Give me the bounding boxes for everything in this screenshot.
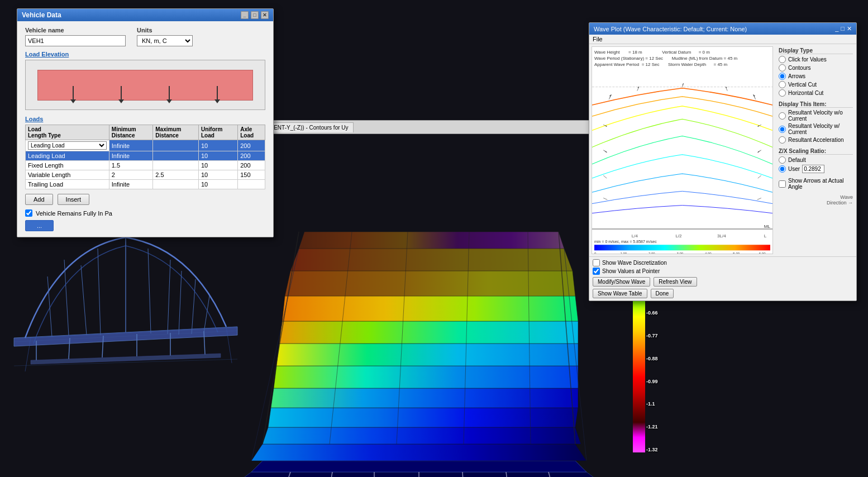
type-dropdown-cell[interactable]: Leading Load Fixed Length Variable Lengt… bbox=[26, 140, 109, 151]
svg-marker-7 bbox=[276, 344, 578, 366]
vehicle-dialog-titlebar[interactable]: Vehicle Data _ □ ✕ bbox=[17, 9, 273, 21]
wave-dialog-title: Wave Plot (Wave Characteristic: Default;… bbox=[594, 26, 747, 32]
show-arrows-section: Show Arrows at Actual Angle bbox=[779, 178, 853, 190]
loads-table: LoadLength Type MinimumDistance MaximumD… bbox=[25, 125, 265, 189]
units-label: Units bbox=[137, 27, 193, 34]
show-wave-disc-text: Show Wave Discretization bbox=[602, 260, 667, 266]
add-button[interactable]: Add bbox=[25, 194, 53, 205]
show-arrows-checkbox[interactable] bbox=[779, 180, 786, 188]
wave-minimize-icon[interactable]: _ bbox=[835, 25, 838, 32]
type-cell-variable: Variable Length bbox=[26, 170, 109, 180]
svg-text:L: L bbox=[764, 233, 767, 238]
show-values-text: Show Values at Pointer bbox=[602, 268, 660, 274]
vehicle-remains-checkbox[interactable] bbox=[25, 209, 32, 217]
load-type-select[interactable]: Leading Load Fixed Length Variable Lengt… bbox=[28, 141, 107, 150]
wave-maximize-icon[interactable]: □ bbox=[841, 25, 845, 32]
radio-zx-user[interactable]: User bbox=[779, 165, 853, 173]
vehicle-remains-label: Vehicle Remains Fully In Pa bbox=[36, 210, 112, 217]
vehicle-name-label: Vehicle name bbox=[25, 27, 126, 34]
zx-scaling-radios: Default User bbox=[779, 156, 853, 173]
show-arrows-label: Show Arrows at Actual Angle bbox=[788, 178, 853, 190]
radio-arrows[interactable]: Arrows bbox=[779, 73, 853, 80]
units-select[interactable]: KN, m, C kN, mm, C kip, ft, F bbox=[137, 35, 193, 46]
wave-dialog-titlebar[interactable]: Wave Plot (Wave Characteristic: Default;… bbox=[589, 23, 856, 35]
radio-resultant-w[interactable]: Resultant Velocity w/ Current bbox=[779, 123, 853, 135]
min-dist-fixed: 1.5 bbox=[109, 161, 152, 170]
display-type-section: Display Type Click for Values Contours A… bbox=[779, 47, 853, 97]
table-row-variable[interactable]: Variable Length 2 2.5 10 150 bbox=[26, 170, 265, 180]
radio-horizontal-cut[interactable]: Horizontal Cut bbox=[779, 89, 853, 97]
table-row-trailing[interactable]: Trailing Load Infinite 10 bbox=[26, 180, 265, 189]
titlebar-controls[interactable]: _ □ ✕ bbox=[241, 11, 269, 19]
min-dist-leading: Infinite bbox=[109, 151, 152, 161]
zx-user-input[interactable] bbox=[802, 165, 824, 173]
svg-text:L/4: L/4 bbox=[632, 233, 638, 238]
table-row[interactable]: Leading Load Fixed Length Variable Lengt… bbox=[26, 140, 265, 151]
display-item-radios: Resultant Velocity w/o Current Resultant… bbox=[779, 109, 853, 144]
max-dist-cell[interactable] bbox=[153, 140, 199, 151]
svg-text:4.00: 4.00 bbox=[705, 252, 712, 254]
show-values-label[interactable]: Show Values at Pointer bbox=[593, 268, 660, 275]
wave-body: Wave Height = 18 m Vertical Datum = 0 m … bbox=[589, 44, 856, 256]
uniform-trailing: 10 bbox=[198, 180, 237, 189]
table-row-leading[interactable]: Leading Load Infinite 10 200 bbox=[26, 151, 265, 161]
axle-load-cell[interactable]: 200 bbox=[238, 140, 265, 151]
vehicle-name-group: Vehicle name bbox=[25, 27, 126, 46]
ellipsis-button[interactable]: ... bbox=[25, 220, 54, 231]
wave-menubar[interactable]: File bbox=[589, 35, 856, 44]
svg-text:5.00: 5.00 bbox=[733, 252, 740, 254]
close-btn[interactable]: ✕ bbox=[261, 11, 269, 19]
insert-button[interactable]: Insert bbox=[58, 194, 90, 205]
svg-line-33 bbox=[168, 260, 170, 334]
svg-line-38 bbox=[204, 296, 209, 332]
radio-zx-default[interactable]: Default bbox=[779, 156, 853, 164]
vehicle-name-input[interactable] bbox=[25, 35, 126, 46]
radio-resultant-acc[interactable]: Resultant Acceleration bbox=[779, 136, 853, 144]
wave-bottom-controls: Show Wave Discretization Show Values at … bbox=[589, 256, 856, 300]
svg-rect-61 bbox=[594, 245, 770, 250]
svg-marker-10 bbox=[285, 271, 575, 296]
svg-text:min = 0 m/sec, max = 5.8587 m/: min = 0 m/sec, max = 5.8587 m/sec bbox=[594, 240, 657, 244]
wave-titlebar-controls[interactable]: _ □ ✕ bbox=[835, 25, 852, 32]
wave-info-text: Wave Height = 18 m Vertical Datum = 0 m … bbox=[594, 49, 737, 68]
done-btn[interactable]: Done bbox=[651, 289, 674, 298]
min-dist-cell[interactable]: Infinite bbox=[109, 140, 152, 151]
axle-variable: 150 bbox=[238, 170, 265, 180]
svg-marker-4 bbox=[268, 408, 578, 427]
load-arrow-1 bbox=[73, 86, 74, 100]
show-wave-table-btn[interactable]: Show Wave Table bbox=[593, 289, 647, 298]
col-header-min: MinimumDistance bbox=[109, 125, 152, 140]
radio-click-values[interactable]: Click for Values bbox=[779, 56, 853, 63]
vehicle-dialog-content: Vehicle name Units KN, m, C kN, mm, C ki… bbox=[17, 21, 273, 237]
show-wave-disc-checkbox[interactable] bbox=[593, 259, 600, 266]
svg-marker-6 bbox=[274, 366, 578, 388]
modify-show-wave-btn[interactable]: Modify/Show Wave bbox=[593, 277, 650, 287]
maximize-btn[interactable]: □ bbox=[251, 11, 259, 19]
show-arrows-checkbox-row[interactable]: Show Arrows at Actual Angle bbox=[779, 178, 853, 190]
radio-vertical-cut[interactable]: Vertical Cut bbox=[779, 81, 853, 88]
wave-menu-file[interactable]: File bbox=[593, 36, 603, 42]
radio-contours[interactable]: Contours bbox=[779, 64, 853, 71]
minimize-btn[interactable]: _ bbox=[241, 11, 249, 19]
wave-close-icon[interactable]: ✕ bbox=[847, 25, 852, 32]
show-wave-disc-row: Show Wave Discretization bbox=[593, 259, 853, 266]
uniform-leading: 10 bbox=[198, 151, 237, 161]
svg-text:1.00: 1.00 bbox=[620, 252, 627, 254]
type-cell-fixed: Fixed Length bbox=[26, 161, 109, 170]
min-dist-trailing: Infinite bbox=[109, 180, 152, 189]
max-dist-leading bbox=[153, 151, 199, 161]
loads-section-label: Loads bbox=[25, 116, 265, 122]
load-arrow-3 bbox=[169, 86, 170, 100]
radio-resultant-wo[interactable]: Resultant Velocity w/o Current bbox=[779, 109, 853, 122]
wave-secondary-buttons: Show Wave Table Done bbox=[593, 289, 853, 298]
svg-marker-11 bbox=[290, 249, 573, 271]
table-row-fixed[interactable]: Fixed Length 1.5 10 200 bbox=[26, 161, 265, 170]
col-header-max: MaximumDistance bbox=[153, 125, 199, 140]
uniform-load-cell[interactable]: 10 bbox=[198, 140, 237, 151]
show-values-checkbox[interactable] bbox=[593, 268, 600, 275]
refresh-view-btn[interactable]: Refresh View bbox=[654, 277, 697, 287]
show-wave-disc-label[interactable]: Show Wave Discretization bbox=[593, 259, 667, 266]
svg-marker-2 bbox=[251, 444, 586, 461]
max-dist-trailing bbox=[153, 180, 199, 189]
uniform-fixed: 10 bbox=[198, 161, 237, 170]
